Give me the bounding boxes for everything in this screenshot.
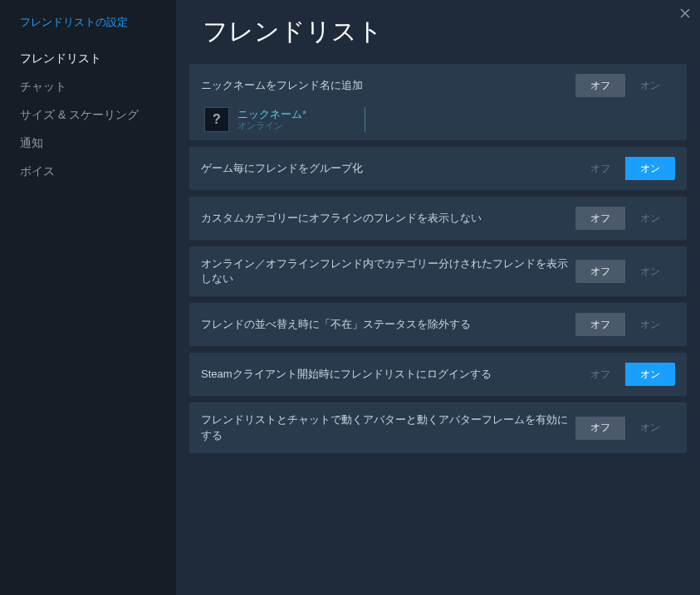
toggle-off-button[interactable]: オフ (575, 207, 625, 230)
sidebar-title: フレンドリストの設定 (0, 15, 176, 45)
sidebar-item-0[interactable]: フレンドリスト (0, 45, 176, 73)
toggle: オフオン (575, 363, 675, 386)
toggle-off-button[interactable]: オフ (575, 157, 625, 180)
setting-label: Steamクライアント開始時にフレンドリストにログインする (201, 367, 575, 382)
sidebar: フレンドリストの設定 フレンドリストチャットサイズ & スケーリング通知ボイス (0, 0, 176, 595)
toggle-on-button[interactable]: オン (625, 363, 675, 386)
setting-row-6: フレンドリストとチャットで動くアバターと動くアバターフレームを有効にするオフオン (189, 402, 687, 452)
setting-row-2: カスタムカテゴリーにオフラインのフレンドを表示しないオフオン (189, 197, 687, 240)
setting-label: カスタムカテゴリーにオフラインのフレンドを表示しない (201, 211, 575, 226)
main-panel: フレンドリスト ニックネームをフレンド名に追加オフオン?ニックネーム*オンライン… (176, 0, 700, 595)
sidebar-item-3[interactable]: 通知 (0, 129, 176, 158)
toggle-off-button[interactable]: オフ (575, 313, 625, 336)
toggle-on-button[interactable]: オン (625, 74, 675, 97)
toggle: オフオン (575, 417, 675, 440)
preview-divider (365, 107, 365, 132)
sidebar-item-4[interactable]: ボイス (0, 158, 176, 186)
setting-label: ゲーム毎にフレンドをグループ化 (201, 161, 575, 176)
preview-status: オンライン (237, 120, 306, 131)
nickname-preview: ?ニックネーム*オンライン (201, 105, 675, 132)
toggle-on-button[interactable]: オン (625, 260, 675, 283)
close-button[interactable] (680, 7, 690, 22)
toggle: オフオン (575, 260, 675, 283)
toggle-on-button[interactable]: オン (625, 313, 675, 336)
setting-row-4: フレンドの並べ替え時に「不在」ステータスを除外するオフオン (189, 303, 687, 346)
setting-row-5: Steamクライアント開始時にフレンドリストにログインするオフオン (189, 353, 687, 396)
toggle: オフオン (575, 207, 675, 230)
toggle-off-button[interactable]: オフ (575, 363, 625, 386)
toggle-on-button[interactable]: オン (625, 157, 675, 180)
sidebar-item-1[interactable]: チャット (0, 73, 176, 101)
setting-label: フレンドリストとチャットで動くアバターと動くアバターフレームを有効にする (201, 412, 575, 442)
setting-label: ニックネームをフレンド名に追加 (201, 78, 575, 93)
setting-row-0: ニックネームをフレンド名に追加オフオン?ニックネーム*オンライン (189, 64, 687, 140)
toggle-off-button[interactable]: オフ (575, 417, 625, 440)
toggle-off-button[interactable]: オフ (575, 260, 625, 283)
setting-row-3: オンライン／オフラインフレンド内でカテゴリー分けされたフレンドを表示しないオフオ… (189, 246, 687, 296)
toggle-off-button[interactable]: オフ (575, 74, 625, 97)
toggle: オフオン (575, 157, 675, 180)
settings-list: ニックネームをフレンド名に追加オフオン?ニックネーム*オンラインゲーム毎にフレン… (176, 64, 700, 453)
setting-row-1: ゲーム毎にフレンドをグループ化オフオン (189, 147, 687, 190)
toggle: オフオン (575, 313, 675, 336)
avatar: ? (204, 107, 229, 132)
toggle-on-button[interactable]: オン (625, 207, 675, 230)
toggle-on-button[interactable]: オン (625, 417, 675, 440)
toggle: オフオン (575, 74, 675, 97)
page-title: フレンドリスト (176, 0, 700, 64)
sidebar-item-2[interactable]: サイズ & スケーリング (0, 101, 176, 129)
setting-label: フレンドの並べ替え時に「不在」ステータスを除外する (201, 317, 575, 332)
setting-label: オンライン／オフラインフレンド内でカテゴリー分けされたフレンドを表示しない (201, 256, 575, 286)
asterisk: * (302, 108, 306, 120)
preview-name: ニックネーム* (237, 108, 306, 121)
close-icon (680, 8, 690, 18)
